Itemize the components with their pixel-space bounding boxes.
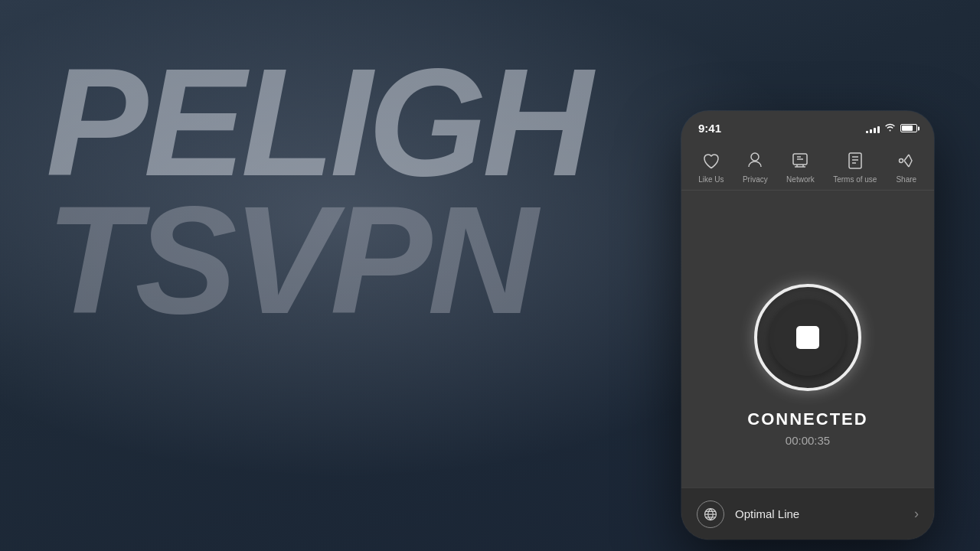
nav-item-like-us[interactable]: Like Us xyxy=(698,150,724,184)
nav-item-network[interactable]: Network xyxy=(786,150,815,184)
svg-rect-1 xyxy=(849,153,861,168)
phone-main: CONNECTED 00:00:35 Optimal Line › xyxy=(681,191,934,540)
signal-bar-1 xyxy=(866,131,868,133)
status-time: 9:41 xyxy=(698,122,721,135)
nav-label-share: Share xyxy=(896,175,916,184)
heart-shield-icon xyxy=(701,150,722,171)
terms-icon xyxy=(844,150,866,171)
globe-icon xyxy=(697,500,724,528)
optimal-line-label: Optimal Line xyxy=(735,507,914,520)
nav-label-privacy: Privacy xyxy=(743,175,768,184)
battery-icon xyxy=(900,124,917,132)
phone-mockup: 9:41 Like xyxy=(681,111,934,540)
signal-bar-4 xyxy=(877,126,880,133)
nav-item-share[interactable]: Share xyxy=(896,150,917,184)
nav-item-privacy[interactable]: Privacy xyxy=(743,150,768,184)
status-bar: 9:41 xyxy=(681,111,934,141)
signal-bars-icon xyxy=(866,124,880,133)
share-icon xyxy=(896,150,917,171)
nav-label-network: Network xyxy=(786,175,815,184)
connection-timer: 00:00:35 xyxy=(786,434,830,447)
power-ring xyxy=(754,284,861,391)
status-icons xyxy=(866,122,917,134)
svg-point-2 xyxy=(899,159,903,163)
chevron-right-icon: › xyxy=(914,506,919,522)
wifi-icon xyxy=(884,122,896,134)
nav-bar: Like Us Privacy Network xyxy=(681,141,934,191)
signal-bar-2 xyxy=(870,129,872,133)
server-selection-card[interactable]: Optimal Line › xyxy=(681,487,934,540)
nav-label-terms: Terms of use xyxy=(833,175,877,184)
signal-bar-3 xyxy=(874,128,876,133)
nav-label-like-us: Like Us xyxy=(698,175,724,184)
privacy-icon xyxy=(744,150,766,171)
network-icon xyxy=(789,150,811,171)
power-button-area xyxy=(754,284,861,391)
battery-fill xyxy=(902,126,913,131)
nav-item-terms[interactable]: Terms of use xyxy=(833,150,877,184)
connection-status: CONNECTED xyxy=(747,409,867,429)
